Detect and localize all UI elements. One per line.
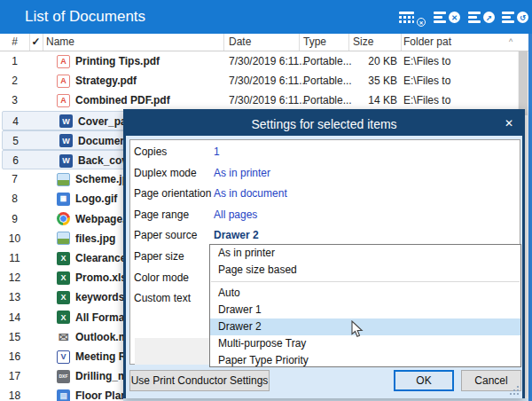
row-number: 15 xyxy=(0,327,29,347)
file-name: XClearance. xyxy=(57,248,129,268)
file-folder-path: E:\Files to xyxy=(403,71,512,90)
image-file-icon xyxy=(57,232,70,245)
setting-label: Copies xyxy=(134,142,214,163)
dropdown-item[interactable]: Drawer 1 xyxy=(210,302,520,318)
row-number: 18 xyxy=(0,386,29,401)
scrollbar-thumb[interactable] xyxy=(519,51,528,115)
row-number: 10 xyxy=(0,229,29,248)
setting-label: Page range xyxy=(134,205,214,226)
dropdown-item[interactable]: Page size based xyxy=(210,262,520,279)
badge-glyph: ✕ xyxy=(417,18,426,27)
paper-source-dropdown: As in printer Page size based Auto Drawe… xyxy=(209,244,521,367)
file-name: DXFDrilling_m xyxy=(57,366,128,386)
row-number: 5 xyxy=(1,131,30,151)
excel-file-icon: X xyxy=(57,252,70,265)
excel-file-icon: X xyxy=(57,271,70,285)
column-header-size[interactable]: Size xyxy=(353,34,373,51)
file-type: Portable... xyxy=(303,90,352,110)
setting-value-duplex-mode[interactable]: As in printer xyxy=(214,163,270,185)
restore-list-icon[interactable]: ↺ xyxy=(502,9,528,27)
dropdown-item[interactable]: As in printer xyxy=(210,245,520,262)
file-name: APrinting Tips.pdf xyxy=(57,51,160,71)
setting-label: Paper source xyxy=(134,225,214,247)
file-name: XAll Format xyxy=(57,308,128,327)
table-row[interactable]: 1 APrinting Tips.pdf 7/30/2019 6:11... P… xyxy=(0,51,528,71)
settings-dialog: Settings for selected items ✕ Copies 1 D… xyxy=(123,109,525,398)
clear-list-icon[interactable]: ✕ xyxy=(399,9,426,27)
dropdown-item-highlighted[interactable]: Drawer 2 xyxy=(210,318,520,335)
setting-row: Copies 1 xyxy=(134,142,515,163)
file-name: ACombined PDF.pdf xyxy=(57,90,170,110)
setting-value-page-orientation[interactable]: As in document xyxy=(214,184,287,205)
list-lines-icon xyxy=(399,12,414,25)
pdf-file-icon: A xyxy=(57,94,70,107)
row-number: 16 xyxy=(0,347,29,366)
header-divider xyxy=(401,34,402,51)
file-name: WDocumen xyxy=(59,131,127,151)
row-number: 6 xyxy=(1,151,30,170)
table-header: # ✓ Name Date Type Size Folder pat ^ xyxy=(0,34,532,51)
excel-file-icon: X xyxy=(57,311,70,324)
column-header-type[interactable]: Type xyxy=(303,34,326,51)
word-file-icon: W xyxy=(59,154,73,168)
list-lines-icon xyxy=(502,12,514,25)
setting-label: Paper size xyxy=(134,247,214,268)
file-size: 14 KB xyxy=(350,90,397,110)
file-type: Portable... xyxy=(303,71,352,90)
column-header-name[interactable]: Name xyxy=(46,34,74,51)
dialog-footer: Use Print Conductor Settings OK Cancel xyxy=(126,365,522,398)
floor-plan-file-icon: ▤ xyxy=(57,389,70,401)
row-number: 14 xyxy=(0,308,29,327)
column-header-number[interactable]: # xyxy=(0,34,29,51)
file-name: Webpage. xyxy=(57,209,125,229)
setting-label: Color mode xyxy=(134,268,214,289)
row-number: 17 xyxy=(0,366,29,386)
file-name: ✉Outlook.m xyxy=(57,327,128,347)
close-icon[interactable]: ✕ xyxy=(505,112,513,136)
email-file-icon: ✉ xyxy=(57,330,70,343)
file-name: AStrategy.pdf xyxy=(57,71,137,90)
image-file-icon xyxy=(57,173,70,186)
setting-label: Custom text xyxy=(134,288,214,310)
header-divider xyxy=(29,34,30,51)
resize-grip[interactable] xyxy=(510,386,520,396)
header-divider xyxy=(43,34,43,51)
file-name: XPromo.xls xyxy=(57,268,127,287)
column-header-check[interactable]: ✓ xyxy=(29,34,43,51)
table-row[interactable]: 2 AStrategy.pdf 7/30/2019 6:11... Portab… xyxy=(0,71,528,90)
dropdown-separator xyxy=(211,281,520,282)
badge-glyph: ↺ xyxy=(517,12,528,23)
file-date: 7/30/2019 6:11... xyxy=(229,51,308,71)
use-print-conductor-settings-button[interactable]: Use Print Conductor Settings xyxy=(129,370,270,391)
setting-row: Duplex mode As in printer xyxy=(134,163,515,185)
word-file-icon: W xyxy=(59,134,73,147)
remove-opened-icon[interactable]: ➚ xyxy=(468,9,495,27)
ok-button[interactable]: OK xyxy=(394,370,454,391)
badge-glyph: ✕ xyxy=(449,12,460,23)
row-number: 12 xyxy=(0,268,29,287)
list-lines-icon xyxy=(434,12,446,25)
visio-file-icon: V xyxy=(57,350,70,364)
dropdown-item[interactable]: Auto xyxy=(210,285,520,302)
file-date: 7/30/2019 6:11... xyxy=(229,90,308,110)
file-size: 35 KB xyxy=(350,71,397,90)
column-header-date[interactable]: Date xyxy=(229,34,251,51)
row-number: 7 xyxy=(0,169,29,189)
dropdown-item[interactable]: Multi-purpose Tray xyxy=(210,335,520,352)
file-size: 20 KB xyxy=(350,51,397,71)
setting-value-copies[interactable]: 1 xyxy=(214,142,220,163)
setting-value-page-range[interactable]: All pages xyxy=(214,205,257,226)
remove-items-icon[interactable]: ✕ xyxy=(434,9,460,27)
header-divider xyxy=(223,34,224,51)
pdf-file-icon: A xyxy=(57,75,70,88)
file-type: Portable... xyxy=(303,51,352,71)
header-divider xyxy=(348,34,349,51)
dropdown-item[interactable]: Paper Type Priority xyxy=(210,352,520,369)
file-name: Xkeywords. xyxy=(57,287,128,307)
table-row[interactable]: 3 ACombined PDF.pdf 7/30/2019 6:11... Po… xyxy=(0,90,528,110)
setting-label: Duplex mode xyxy=(134,163,214,185)
gif-file-icon: ▦ xyxy=(57,193,70,206)
row-number: 13 xyxy=(0,287,29,307)
column-header-folder-path[interactable]: Folder pat xyxy=(403,34,451,51)
file-folder-path: E:\Files to xyxy=(403,51,512,71)
